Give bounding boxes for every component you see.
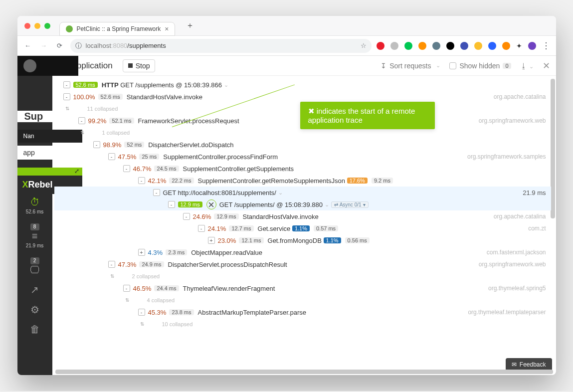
trace-row[interactable]: - 46.7% 24.5 ms SupplementController.get… bbox=[54, 163, 551, 175]
database-stack-icon: ≡ bbox=[17, 230, 52, 242]
browser-tab[interactable]: PetClinic :: a Spring Framework × bbox=[59, 22, 176, 36]
vertical-scrollbar[interactable] bbox=[551, 79, 555, 218]
sidebar-item-timer[interactable]: ⏱ 52.6 ms bbox=[17, 194, 52, 217]
trace-row[interactable]: + 23.0% 12.1 ms Get.fromMongoDB 1.1% 0.5… bbox=[54, 234, 551, 246]
sidebar-nav: ⏱ 52.6 ms 8 ≡ 21.9 ms 2 🖵 ↗ ⚙ bbox=[17, 194, 52, 339]
remote-trace-icon: ✖ bbox=[308, 107, 315, 115]
sidebar-item-trash[interactable]: 🗑 bbox=[17, 321, 52, 339]
trace-tree[interactable]: ✖ indicates the start of a remote applic… bbox=[52, 76, 556, 375]
extension-icon[interactable] bbox=[432, 42, 440, 50]
monitor-icon: 🖵 bbox=[17, 264, 52, 276]
annotation-callout: ✖ indicates the start of a remote applic… bbox=[300, 102, 435, 129]
download-button[interactable]: ⭳⌄ bbox=[520, 62, 534, 70]
trash-icon: 🗑 bbox=[17, 324, 52, 335]
stop-button[interactable]: Stop bbox=[123, 59, 156, 72]
extension-icon[interactable] bbox=[488, 42, 496, 50]
extension-icon[interactable] bbox=[474, 42, 482, 50]
sidebar-item-sessions[interactable]: 2 🖵 bbox=[17, 252, 52, 280]
checkbox-icon bbox=[449, 62, 456, 69]
browser-window: PetClinic :: a Spring Framework × ＋ ← → … bbox=[17, 16, 556, 375]
info-icon[interactable]: ⓘ bbox=[75, 41, 82, 50]
forward-button: → bbox=[38, 40, 49, 51]
trace-row[interactable]: - 47.3% 24.9 ms DispatcherServlet.proces… bbox=[54, 258, 551, 270]
chevron-down-icon[interactable]: ⌄ bbox=[224, 82, 228, 88]
trace-row[interactable]: - 98.9% 52 ms DispatcherServlet.doDispat… bbox=[54, 139, 551, 151]
collapse-toggle[interactable]: - bbox=[63, 81, 70, 88]
chevron-down-icon: ⌄ bbox=[529, 63, 534, 69]
url-port: :8080 bbox=[111, 42, 128, 49]
chevron-down-icon: ⌄ bbox=[436, 62, 440, 69]
bookmark-star-icon[interactable]: ☆ bbox=[361, 42, 367, 49]
trace-row[interactable]: - 45.3% 23.8 ms AbstractMarkupTemplatePa… bbox=[54, 306, 551, 318]
trace-row[interactable]: - 47.5% 25 ms SupplementController.proce… bbox=[54, 151, 551, 163]
trace-row[interactable]: - 24.6% 12.9 ms StandardHostValve.invoke… bbox=[54, 210, 551, 222]
extension-icon[interactable] bbox=[377, 42, 384, 50]
stopwatch-icon: ⏱ bbox=[17, 196, 52, 208]
chevron-down-icon[interactable]: ⌄ bbox=[325, 201, 329, 208]
extension-icon[interactable] bbox=[390, 42, 398, 50]
extension-icon[interactable] bbox=[446, 42, 454, 50]
sort-requests-button[interactable]: ↧ Sort requests ⌄ bbox=[381, 62, 440, 70]
profile-avatar-icon[interactable] bbox=[528, 42, 536, 50]
site-header-peek bbox=[17, 56, 78, 76]
sidebar-item-settings[interactable]: ⚙ bbox=[17, 301, 52, 320]
url-path: /supplements bbox=[127, 42, 166, 49]
trace-row-remote-start[interactable]: - 12.9 ms GET /supplements/ @ 15:08:39.8… bbox=[54, 198, 551, 210]
stop-icon bbox=[128, 63, 133, 68]
traffic-lights bbox=[24, 23, 50, 29]
chrome-toolbar: ← → ⟳ ⓘ localhost:8080/supplements ☆ ✦ ⋯ bbox=[17, 36, 556, 56]
gear-icon: ⚙ bbox=[17, 304, 52, 316]
trace-row-remote-call[interactable]: - GET http://localhost:8081/supplements/… bbox=[54, 187, 551, 198]
trace-root-row[interactable]: - 52.6 ms HTTP GET /supplements @ 15:08:… bbox=[54, 79, 551, 91]
tab-close-icon[interactable]: × bbox=[165, 25, 169, 33]
app-toolbar: ⇪ Application Stop ↧ Sort requests ⌄ Sho… bbox=[52, 56, 556, 76]
main-panel: ⇪ Application Stop ↧ Sort requests ⌄ Sho… bbox=[52, 56, 556, 375]
extension-icon[interactable] bbox=[418, 42, 426, 50]
trace-row[interactable]: - 24.1% 12.7 ms Get.service 1.1% 0.57 ms… bbox=[54, 222, 551, 234]
sidebar-item-external[interactable]: ↗ bbox=[17, 281, 52, 300]
extension-icon[interactable] bbox=[502, 42, 510, 50]
external-link-icon: ↗ bbox=[17, 284, 52, 296]
envelope-icon: ✉ bbox=[512, 361, 517, 368]
content-area: Sup Nan app ⤢ XRebel ⏱ 52.6 ms 8 ≡ 21.9 … bbox=[17, 56, 556, 375]
url-bar[interactable]: ⓘ localhost:8080/supplements ☆ bbox=[70, 39, 372, 53]
extension-icon[interactable] bbox=[460, 42, 468, 50]
window-close-button[interactable] bbox=[24, 23, 30, 29]
collapse-toggle[interactable]: - bbox=[63, 93, 70, 100]
extensions-puzzle-icon[interactable]: ✦ bbox=[516, 42, 522, 50]
new-tab-button[interactable]: ＋ bbox=[184, 20, 196, 32]
trace-row[interactable]: + 4.3% 2.3 ms ObjectMapper.readValue com… bbox=[54, 246, 551, 258]
trace-row[interactable]: - 100.0% 52.6 ms StandardHostValve.invok… bbox=[54, 91, 551, 103]
url-host: localhost bbox=[86, 42, 111, 49]
tab-title: PetClinic :: a Spring Framework bbox=[77, 25, 161, 32]
close-panel-button[interactable]: ✕ bbox=[543, 60, 550, 71]
reload-button[interactable]: ⟳ bbox=[54, 40, 65, 51]
extension-icon[interactable] bbox=[404, 42, 412, 50]
sidebar-item-io[interactable]: 8 ≡ 21.9 ms bbox=[17, 218, 52, 251]
window-minimize-button[interactable] bbox=[34, 23, 40, 29]
back-button[interactable]: ← bbox=[22, 40, 33, 51]
horizontal-scrollbar[interactable] bbox=[55, 370, 553, 374]
window-maximize-button[interactable] bbox=[44, 23, 50, 29]
tab-favicon-icon bbox=[66, 25, 73, 32]
extension-icons: ✦ ⋯ bbox=[377, 40, 551, 51]
toolbar-right: ↧ Sort requests ⌄ Show hidden 0 ⭳⌄ ✕ bbox=[381, 60, 550, 71]
sort-icon: ↧ bbox=[381, 62, 386, 70]
chevron-down-icon[interactable]: ⌄ bbox=[278, 190, 283, 196]
show-hidden-toggle[interactable]: Show hidden 0 bbox=[449, 62, 511, 70]
chrome-menu-button[interactable]: ⋯ bbox=[541, 41, 552, 50]
trace-row[interactable]: - 46.5% 24.4 ms ThymeleafView.renderFrag… bbox=[54, 282, 551, 294]
trace-row[interactable]: - 42.1% 22.2 ms SupplementController.get… bbox=[54, 175, 551, 187]
mac-titlebar: PetClinic :: a Spring Framework × ＋ bbox=[17, 16, 556, 36]
remote-trace-start-icon bbox=[206, 199, 216, 209]
async-badge[interactable]: ⇄ Async 0/1 ▾ bbox=[331, 201, 369, 208]
xrebel-sidebar: Sup Nan app ⤢ XRebel ⏱ 52.6 ms 8 ≡ 21.9 … bbox=[17, 56, 52, 375]
